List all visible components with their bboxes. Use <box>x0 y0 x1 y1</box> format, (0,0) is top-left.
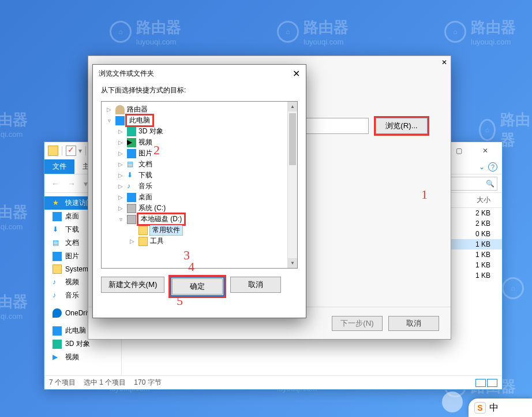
next-button[interactable]: 下一步(N) <box>332 316 383 331</box>
cancel-button[interactable]: 取消 <box>388 316 439 331</box>
ime-indicator[interactable]: S 中 <box>469 399 532 417</box>
tree-item[interactable]: ▷♪音乐 <box>103 181 296 192</box>
status-item-count: 7 个项目 <box>49 378 76 388</box>
search-icon: 🔍 <box>486 180 494 188</box>
watermark: 路由器luyouqi.com <box>0 292 28 321</box>
tree-item[interactable]: ▷路由器 <box>103 104 296 115</box>
wizard-close-button[interactable]: ✕ <box>441 58 447 66</box>
tree-item[interactable]: ▷桌面 <box>103 192 296 203</box>
annotation-2: 2 <box>153 143 160 158</box>
ime-s-icon: S <box>474 402 486 414</box>
status-selection: 选中 1 个项目 <box>84 378 126 388</box>
watermark: ⌂ <box>502 277 524 299</box>
status-bytes: 170 字节 <box>134 378 161 388</box>
nav-back-icon[interactable]: ← <box>49 178 62 189</box>
annotation-5: 5 <box>177 293 183 308</box>
cancel-button[interactable]: 取消 <box>230 277 281 293</box>
tree-item-this-pc[interactable]: ▿此电脑 <box>103 115 296 126</box>
new-folder-button[interactable]: 新建文件夹(M) <box>101 277 164 293</box>
scrollbar[interactable]: ▲▼ <box>287 102 297 268</box>
status-bar: 7 个项目 选中 1 个项目 170 字节 <box>44 375 502 389</box>
folder-tree[interactable]: ▷路由器 ▿此电脑 ▷3D 对象 ▷▶视频 ▷图片 ▷▤文档 ▷⬇下载 ▷♪音乐… <box>101 101 298 269</box>
browse-button[interactable]: 浏览(R)... <box>376 118 428 134</box>
tree-item[interactable]: ▷3D 对象 <box>103 126 296 137</box>
tree-item-d-drive[interactable]: ▿本地磁盘 (D:) <box>103 214 296 225</box>
tree-item[interactable]: ▷工具 <box>103 236 296 247</box>
watermark: ⌂路由器luyouqi.com <box>277 17 349 46</box>
taskbar-item[interactable] <box>442 392 463 412</box>
ok-button[interactable]: 确定 <box>172 278 223 295</box>
folder-icon <box>48 146 58 156</box>
tree-item-selected[interactable]: 常用软件 <box>103 225 296 236</box>
tree-item[interactable]: ▷图片 <box>103 148 296 159</box>
close-button[interactable]: ✕ <box>293 68 300 79</box>
tree-item[interactable]: ▷▶视频 <box>103 137 296 148</box>
browse-folder-dialog: 浏览文件或文件夹 ✕ 从下面选择快捷方式的目标: ▷路由器 ▿此电脑 ▷3D 对… <box>92 64 306 318</box>
annotation-1: 1 <box>421 187 428 202</box>
watermark: 路由器luyouqi.com <box>0 110 28 139</box>
watermark: 路由器luyouqi.com <box>0 202 28 231</box>
annotation-4: 4 <box>188 259 194 274</box>
view-details-icon[interactable] <box>475 379 486 387</box>
ime-lang: 中 <box>489 402 499 414</box>
sidebar-item[interactable]: ▶视频 <box>44 351 121 364</box>
dialog-title: 浏览文件或文件夹 <box>99 69 154 79</box>
help-icon[interactable]: ? <box>488 162 497 172</box>
tree-item[interactable]: ▷▤文档 <box>103 159 296 170</box>
qat-checkbox-icon[interactable] <box>66 146 76 156</box>
view-tiles-icon[interactable] <box>487 379 497 387</box>
close-button[interactable]: ✕ <box>472 142 499 159</box>
ribbon-file-tab[interactable]: 文件 <box>44 159 74 174</box>
chevron-down-icon[interactable]: ⌄ <box>479 163 485 171</box>
nav-fwd-icon[interactable]: → <box>65 178 78 189</box>
watermark: ⌂路由器luyouqi.com <box>444 17 516 46</box>
watermark: ⌂路由器luyouqi.com <box>110 17 181 46</box>
tree-item[interactable]: ▷系统 (C:) <box>103 203 296 214</box>
tree-item[interactable]: ▷⬇下载 <box>103 170 296 181</box>
dialog-subtitle: 从下面选择快捷方式的目标: <box>93 82 306 101</box>
